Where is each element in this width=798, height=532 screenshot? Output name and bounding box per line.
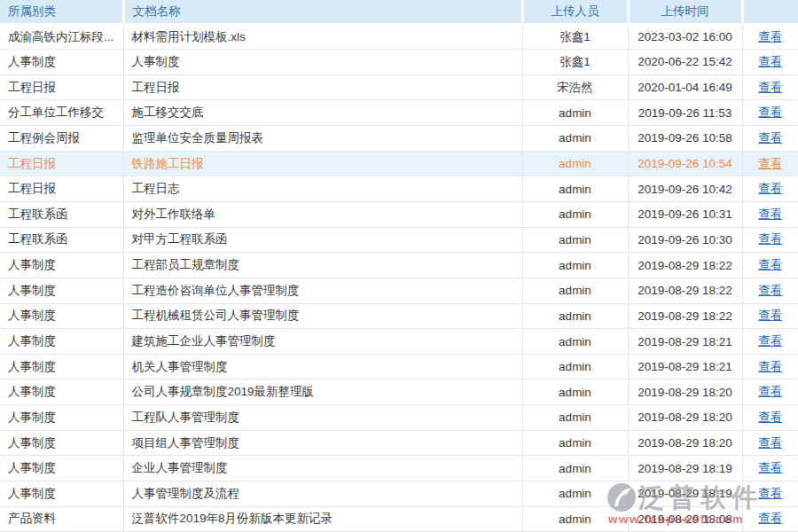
table-row[interactable]: 人事制度 机关人事管理制度 admin 2019-08-29 18:21 查看: [0, 354, 798, 379]
category-cell: 人事制度: [0, 354, 123, 379]
column-header-action: [742, 0, 798, 24]
upload-time-cell: 2019-08-29 18:22: [628, 253, 742, 278]
uploader-cell: admin: [522, 176, 628, 202]
document-list-page: 所属别类 文档名称 上传人员 上传时间 成渝高铁内江标段... 材料需用计划模板…: [0, 0, 798, 532]
doc-name-cell: 公司人事规章制度2019最新整理版: [123, 379, 522, 405]
table-row[interactable]: 分工单位工作移交 施工移交交底 admin 2019-09-26 11:53 查…: [0, 100, 798, 126]
action-cell: 查看: [742, 201, 798, 227]
view-link[interactable]: 查看: [758, 131, 782, 145]
table-row[interactable]: 工程联系函 对甲方工程联系函 admin 2019-09-26 10:30 查看: [0, 227, 798, 253]
uploader-cell: admin: [522, 506, 628, 532]
upload-time-cell: 2019-09-26 10:30: [628, 227, 742, 253]
view-link[interactable]: 查看: [758, 309, 782, 322]
table-row[interactable]: 工程日报 铁路施工日报 admin 2019-09-26 10:54 查看: [0, 151, 798, 176]
table-row[interactable]: 工程日报 工程日志 admin 2019-09-26 10:42 查看: [0, 176, 798, 202]
upload-time-cell: 2019-08-29 18:21: [628, 354, 742, 379]
table-row[interactable]: 人事制度 工程造价咨询单位人事管理制度 admin 2019-08-29 18:…: [0, 278, 798, 303]
view-link[interactable]: 查看: [758, 284, 782, 297]
view-link[interactable]: 查看: [758, 81, 782, 94]
view-link[interactable]: 查看: [758, 411, 782, 424]
upload-time-cell: 2019-08-29 18:19: [628, 456, 742, 481]
doc-name-cell: 工程部员工规章制度: [123, 253, 522, 278]
table-row[interactable]: 人事制度 人事管理制度及流程 admin 2019-08-29 18:19 查看: [0, 481, 798, 507]
uploader-cell: admin: [522, 227, 628, 253]
view-link[interactable]: 查看: [758, 182, 782, 195]
upload-time-cell: 2019-08-29 18:08: [628, 506, 742, 532]
action-cell: 查看: [742, 253, 798, 278]
category-cell: 工程联系函: [0, 227, 123, 253]
uploader-cell: admin: [522, 354, 628, 379]
table-row[interactable]: 工程例会周报 监理单位安全质量周报表 admin 2019-09-26 10:5…: [0, 126, 798, 152]
view-link[interactable]: 查看: [758, 487, 782, 500]
doc-name-cell: 对外工作联络单: [123, 201, 522, 227]
doc-name-cell: 工程造价咨询单位人事管理制度: [123, 278, 522, 303]
view-link[interactable]: 查看: [758, 360, 782, 373]
doc-name-cell: 人事管理制度及流程: [123, 481, 522, 507]
table-row[interactable]: 人事制度 项目组人事管理制度 admin 2019-08-29 18:20 查看: [0, 430, 798, 456]
view-link[interactable]: 查看: [758, 106, 782, 119]
category-cell: 成渝高铁内江标段...: [0, 24, 123, 50]
view-link[interactable]: 查看: [758, 436, 782, 450]
table-row[interactable]: 工程联系函 对外工作联络单 admin 2019-09-26 10:31 查看: [0, 201, 798, 227]
action-cell: 查看: [742, 151, 798, 176]
view-link[interactable]: 查看: [758, 55, 782, 68]
uploader-cell: admin: [522, 303, 628, 329]
upload-time-cell: 2019-08-29 18:20: [628, 430, 742, 456]
table-row[interactable]: 人事制度 建筑施工企业人事管理制度 admin 2019-08-29 18:21…: [0, 329, 798, 355]
action-cell: 查看: [742, 430, 798, 456]
table-row[interactable]: 人事制度 工程机械租赁公司人事管理制度 admin 2019-08-29 18:…: [0, 303, 798, 329]
action-cell: 查看: [742, 354, 798, 379]
upload-time-cell: 2019-08-29 18:22: [628, 278, 742, 303]
upload-time-cell: 2019-08-29 18:19: [628, 481, 742, 507]
doc-name-cell: 铁路施工日报: [123, 151, 522, 176]
doc-name-cell: 监理单位安全质量周报表: [123, 126, 522, 152]
upload-time-cell: 2019-09-26 10:58: [628, 126, 742, 152]
table-row[interactable]: 人事制度 企业人事管理制度 admin 2019-08-29 18:19 查看: [0, 456, 798, 481]
action-cell: 查看: [742, 227, 798, 253]
category-cell: 分工单位工作移交: [0, 100, 123, 126]
view-link[interactable]: 查看: [758, 461, 782, 474]
category-cell: 工程日报: [0, 176, 123, 202]
upload-time-cell: 2020-06-22 15:42: [628, 50, 742, 75]
view-link[interactable]: 查看: [758, 157, 782, 170]
action-cell: 查看: [742, 481, 798, 507]
uploader-cell: admin: [522, 100, 628, 126]
view-link[interactable]: 查看: [758, 30, 782, 43]
action-cell: 查看: [742, 24, 798, 50]
uploader-cell: admin: [522, 126, 628, 152]
action-cell: 查看: [742, 379, 798, 405]
view-link[interactable]: 查看: [758, 207, 782, 221]
table-row[interactable]: 人事制度 人事制度 张鑫1 2020-06-22 15:42 查看: [0, 50, 798, 75]
doc-name-cell: 项目组人事管理制度: [123, 430, 522, 456]
table-row[interactable]: 人事制度 工程部员工规章制度 admin 2019-08-29 18:22 查看: [0, 253, 798, 278]
view-link[interactable]: 查看: [758, 334, 782, 348]
category-cell: 工程日报: [0, 151, 123, 176]
view-link[interactable]: 查看: [758, 385, 782, 398]
uploader-cell: admin: [522, 379, 628, 405]
upload-time-cell: 2019-09-26 10:31: [628, 201, 742, 227]
table-row[interactable]: 产品资料 泛普软件2019年8月份新版本更新记录 admin 2019-08-2…: [0, 506, 798, 532]
uploader-cell: admin: [522, 481, 628, 507]
upload-time-cell: 2019-08-29 18:20: [628, 405, 742, 431]
action-cell: 查看: [742, 506, 798, 532]
doc-name-cell: 工程机械租赁公司人事管理制度: [123, 303, 522, 329]
category-cell: 人事制度: [0, 278, 123, 303]
action-cell: 查看: [742, 329, 798, 355]
doc-name-cell: 建筑施工企业人事管理制度: [123, 329, 522, 355]
view-link[interactable]: 查看: [758, 512, 782, 525]
table-row[interactable]: 成渝高铁内江标段... 材料需用计划模板.xls 张鑫1 2023-03-02 …: [0, 24, 798, 50]
view-link[interactable]: 查看: [758, 258, 782, 271]
uploader-cell: 张鑫1: [522, 24, 628, 50]
table-header-row: 所属别类 文档名称 上传人员 上传时间: [0, 0, 798, 24]
table-row[interactable]: 人事制度 公司人事规章制度2019最新整理版 admin 2019-08-29 …: [0, 379, 798, 405]
column-header-uploader: 上传人员: [522, 0, 628, 24]
category-cell: 人事制度: [0, 481, 123, 507]
category-cell: 人事制度: [0, 303, 123, 329]
table-row[interactable]: 工程日报 工程日报 宋浩然 2020-01-04 16:49 查看: [0, 74, 798, 100]
uploader-cell: admin: [522, 405, 628, 431]
view-link[interactable]: 查看: [758, 232, 782, 246]
table-row[interactable]: 人事制度 工程队人事管理制度 admin 2019-08-29 18:20 查看: [0, 405, 798, 431]
upload-time-cell: 2023-03-02 16:00: [628, 24, 742, 50]
upload-time-cell: 2019-09-26 10:54: [628, 151, 742, 176]
doc-name-cell: 工程日报: [123, 74, 522, 100]
